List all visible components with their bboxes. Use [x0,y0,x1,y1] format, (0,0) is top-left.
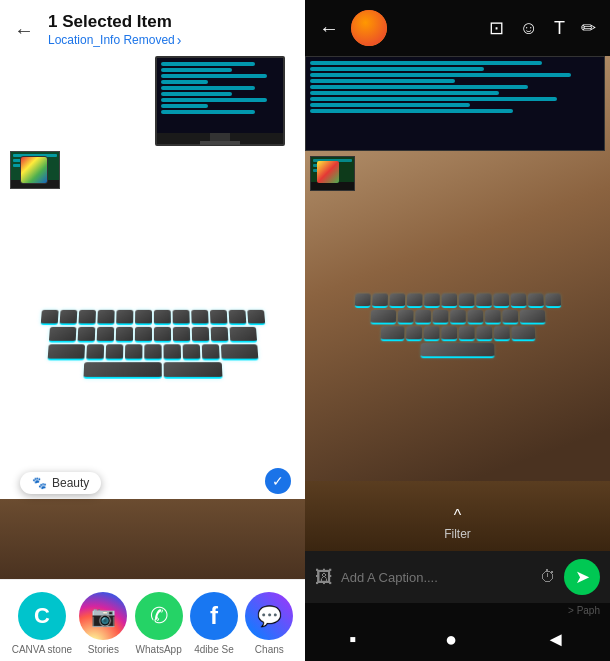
beauty-tag[interactable]: 🐾 Beauty [20,472,101,494]
share-item-instagram[interactable]: 📷 Stories [79,592,127,655]
key [97,310,114,325]
key-r [380,326,404,341]
code-line [161,68,232,72]
key-r [519,310,545,325]
selected-item-title: 1 Selected Item [48,12,181,32]
key-r [406,326,422,341]
key [191,327,209,343]
paph-label: > Paph [305,603,610,620]
key [77,327,95,343]
nav-back-icon[interactable]: ◄ [546,628,566,651]
filter-label: Filter [444,527,471,541]
instagram-label: Stories [88,644,119,655]
share-icons-row: C CANVA stone 📷 Stories ✆ WhatsApp [8,592,297,655]
key [172,310,189,325]
rubik-cube [20,156,48,184]
left-header: ← 1 Selected Item Location_Info Removed [0,0,305,56]
key-r [423,326,439,341]
key [172,327,189,343]
monitor-stand [210,133,230,141]
avatar-image [351,10,387,46]
key-r [441,326,457,341]
whatsapp-icon: ✆ [135,592,183,640]
key [59,310,77,325]
edit-icon[interactable]: ✏ [581,17,596,39]
key-r [415,310,431,325]
right-header-right: ⊡ ☺ T ✏ [489,17,596,39]
check-badge[interactable]: ✓ [265,468,291,494]
share-item-facebook[interactable]: f 4dibe Se [190,592,238,655]
code-line [161,80,208,84]
key-r [450,310,466,325]
nav-home-icon[interactable]: ● [445,628,457,651]
key [182,344,200,360]
key [40,310,58,325]
key-r [493,326,509,341]
header-text: 1 Selected Item Location_Info Removed [48,12,181,48]
code-line-r [310,67,484,71]
spacebar [83,362,161,379]
key-r [511,326,535,341]
key [47,344,85,360]
key-r [493,293,509,307]
send-button[interactable]: ➤ [564,559,600,595]
key [115,327,132,343]
timer-icon[interactable]: ⏱ [540,568,556,586]
facebook-icon: f [190,592,238,640]
code-line-r [310,103,470,107]
right-header-left: ← [319,10,387,46]
messenger-label: Chans [255,644,284,655]
key-r [476,326,492,341]
code-line [161,98,267,102]
keyboard-visual-right [305,293,610,499]
key-r [424,293,440,307]
key [229,327,257,343]
key-r [432,310,448,325]
left-image-container: 🐾 Beauty ✓ [0,56,305,579]
code-line [161,86,255,90]
canva-letter: C [34,603,50,629]
right-back-button[interactable]: ← [319,17,339,40]
text-icon[interactable]: T [554,18,565,39]
key-r [485,310,501,325]
code-line [161,104,208,108]
code-line [161,110,255,114]
key [228,310,246,325]
crop-icon[interactable]: ⊡ [489,17,504,39]
back-button[interactable]: ← [14,19,34,42]
key [134,327,151,343]
caption-input[interactable] [341,570,532,585]
emoji-icon[interactable]: ☺ [520,18,538,39]
filter-chevron-icon: ^ [454,507,462,525]
right-image-area: ^ Filter [305,56,610,551]
key [201,344,219,360]
left-panel: ← 1 Selected Item Location_Info Removed [0,0,305,661]
caption-bar: 🖼 ⏱ ➤ [305,551,610,603]
monitor-base [200,141,240,145]
messenger-icon: 💬 [245,592,293,640]
key-r [467,310,483,325]
share-item-canva[interactable]: C CANVA stone [12,592,72,655]
key-r [441,293,456,307]
avatar[interactable] [351,10,387,46]
key-r [545,293,561,307]
item-label: Selected Item [62,12,172,31]
location-subtitle[interactable]: Location_Info Removed [48,32,181,48]
instagram-icon: 📷 [79,592,127,640]
share-item-whatsapp[interactable]: ✆ WhatsApp [135,592,183,655]
key [86,344,104,360]
gallery-icon[interactable]: 🖼 [315,567,333,588]
key [209,310,227,325]
canva-label: CANVA stone [12,644,72,655]
key [116,310,133,325]
nav-square-icon[interactable]: ▪ [349,628,356,651]
monitor-right [305,56,605,151]
key-r [389,293,405,307]
facebook-letter: f [210,602,218,630]
messenger-symbol: 💬 [257,604,282,628]
share-item-messenger[interactable]: 💬 Chans [245,592,293,655]
code-line-r [310,91,499,95]
key [163,344,181,360]
keyboard-image-left: 🐾 Beauty ✓ [0,56,305,579]
code-line-r [310,73,571,77]
